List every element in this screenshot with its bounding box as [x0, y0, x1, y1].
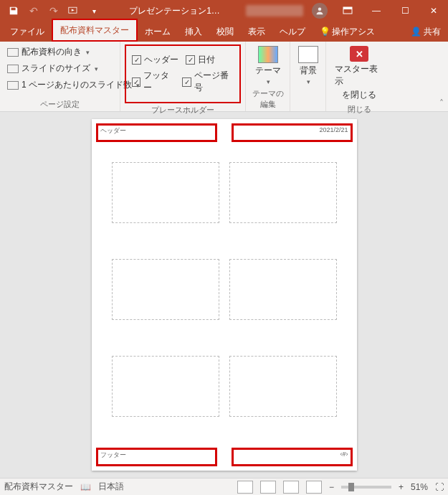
- maximize-icon[interactable]: ☐: [391, 0, 419, 22]
- tab-handout-master[interactable]: 配布資料マスター: [52, 19, 138, 42]
- checkbox-date[interactable]: ✓日付: [186, 54, 215, 66]
- normal-view-icon[interactable]: [237, 481, 253, 494]
- reading-view-icon[interactable]: [283, 481, 299, 494]
- tab-file[interactable]: ファイル: [3, 22, 52, 42]
- page-number-placeholder-text: ‹#›: [340, 451, 348, 458]
- group-label-close: 閉じる: [330, 103, 388, 115]
- window-controls: — ☐ ✕: [333, 0, 448, 22]
- slides-per-page-icon: [7, 81, 19, 90]
- themes-icon: [258, 46, 278, 63]
- group-label-background: [295, 100, 321, 110]
- group-label-placeholders: プレースホルダー: [125, 103, 241, 116]
- zoom-out-icon[interactable]: −: [329, 482, 334, 492]
- close-master-label-2: を閉じる: [342, 89, 376, 101]
- handout-page[interactable]: ヘッダー 2021/2/21 フッター ‹#›: [92, 119, 357, 471]
- chevron-down-icon: ▾: [267, 78, 270, 85]
- group-label-edit-theme: テーマの編集: [250, 87, 285, 110]
- slide-thumbnail-1: [112, 162, 219, 223]
- share-icon: 👤: [411, 27, 421, 37]
- status-bar: 配布資料マスター 📖 日本語 − + 51% ⛶: [0, 478, 448, 495]
- tab-tell-me-label: 操作アシス: [332, 27, 375, 37]
- header-placeholder-text: ヘッダー: [100, 127, 126, 134]
- themes-label: テーマ: [255, 65, 281, 77]
- placeholders-highlight: ✓ヘッダー ✓日付 ✓フッター ✓ページ番号: [125, 44, 241, 103]
- checkbox-checked-icon: ✓: [132, 77, 140, 87]
- tab-insert[interactable]: 挿入: [178, 22, 209, 42]
- zoom-slider[interactable]: [341, 486, 391, 489]
- ribbon: 配布資料の向き▾ スライドのサイズ▾ 1 ページあたりのスライド数▾ ページ設定…: [0, 42, 448, 112]
- zoom-in-icon[interactable]: +: [399, 482, 404, 492]
- lightbulb-icon: 💡: [320, 27, 330, 37]
- chevron-down-icon: ▾: [307, 78, 310, 85]
- slideshow-view-icon[interactable]: [306, 481, 322, 494]
- slide-size-label: スライドのサイズ: [22, 62, 90, 75]
- status-language[interactable]: 日本語: [98, 481, 124, 493]
- footer-placeholder[interactable]: フッター: [97, 449, 216, 465]
- checkbox-footer[interactable]: ✓フッター: [132, 70, 175, 94]
- header-placeholder[interactable]: ヘッダー: [97, 125, 216, 141]
- ribbon-tabs: ファイル 配布資料マスター ホーム 挿入 校閲 表示 ヘルプ 💡操作アシス 👤 …: [0, 22, 448, 42]
- group-label-page-setup: ページ設定: [4, 98, 115, 110]
- checkbox-footer-label: フッター: [143, 70, 175, 94]
- quick-access-toolbar: ↶ ↷ ▾: [0, 1, 103, 20]
- account-avatar[interactable]: [312, 3, 328, 19]
- slide-thumbnail-3: [112, 259, 219, 320]
- tab-tell-me[interactable]: 💡操作アシス: [313, 22, 382, 42]
- undo-icon[interactable]: ↶: [24, 1, 43, 20]
- svg-point-1: [318, 8, 322, 11]
- tab-view[interactable]: 表示: [241, 22, 272, 42]
- slide-sorter-view-icon[interactable]: [260, 481, 276, 494]
- tab-home[interactable]: ホーム: [138, 22, 178, 42]
- orientation-icon: [7, 48, 19, 57]
- checkbox-checked-icon: ✓: [132, 55, 141, 65]
- checkbox-page-number[interactable]: ✓ページ番号: [182, 70, 234, 94]
- footer-placeholder-text: フッター: [100, 451, 126, 458]
- background-button[interactable]: 背景 ▾: [294, 44, 323, 100]
- page-number-placeholder[interactable]: ‹#›: [233, 449, 351, 465]
- checkbox-header[interactable]: ✓ヘッダー: [132, 54, 178, 66]
- status-view-name: 配布資料マスター: [4, 481, 73, 493]
- close-window-icon[interactable]: ✕: [419, 0, 448, 22]
- orientation-label: 配布資料の向き: [22, 46, 82, 58]
- checkbox-header-label: ヘッダー: [144, 54, 178, 66]
- slide-thumbnail-6: [229, 356, 337, 417]
- save-icon[interactable]: [4, 1, 23, 20]
- slide-thumbnail-5: [112, 356, 219, 417]
- chevron-down-icon: ▾: [95, 65, 98, 72]
- qat-customize-icon[interactable]: ▾: [85, 1, 103, 20]
- tab-review[interactable]: 校閲: [209, 22, 241, 42]
- zoom-slider-thumb[interactable]: [348, 483, 354, 491]
- themes-button[interactable]: テーマ ▾: [251, 44, 285, 87]
- slide-thumbnail-2: [229, 162, 337, 223]
- slide-thumbnail-4: [229, 259, 337, 320]
- checkbox-page-number-label: ページ番号: [194, 70, 234, 94]
- account-name-blurred: [246, 5, 303, 16]
- zoom-level[interactable]: 51%: [411, 482, 428, 492]
- checkbox-checked-icon: ✓: [182, 77, 191, 87]
- collapse-ribbon-icon[interactable]: ˄: [439, 98, 444, 108]
- slides-per-page-label: 1 ページあたりのスライド数: [22, 79, 132, 91]
- date-placeholder[interactable]: 2021/2/21: [233, 125, 351, 141]
- spellcheck-icon[interactable]: 📖: [80, 482, 91, 492]
- minimize-icon[interactable]: —: [362, 0, 391, 22]
- close-master-label-1: マスター表示: [335, 63, 383, 88]
- share-button[interactable]: 👤 共有: [404, 22, 448, 42]
- group-placeholders: ✓ヘッダー ✓日付 ✓フッター ✓ページ番号 プレースホルダー: [120, 42, 246, 111]
- slide-size-icon: [7, 65, 19, 73]
- group-page-setup: 配布資料の向き▾ スライドのサイズ▾ 1 ページあたりのスライド数▾ ページ設定: [0, 42, 120, 111]
- start-from-beginning-icon[interactable]: [65, 1, 83, 20]
- window-title: プレゼンテーション1…: [103, 5, 246, 17]
- close-master-view-button[interactable]: ✕ マスター表示 を閉じる: [330, 44, 388, 103]
- ribbon-display-options-icon[interactable]: [333, 0, 362, 22]
- background-label: 背景: [300, 65, 317, 77]
- redo-icon[interactable]: ↷: [44, 1, 63, 20]
- checkbox-checked-icon: ✓: [186, 55, 195, 65]
- checkbox-date-label: 日付: [198, 54, 215, 66]
- chevron-down-icon: ▾: [86, 49, 90, 56]
- fit-to-window-icon[interactable]: ⛶: [435, 482, 444, 492]
- tab-help[interactable]: ヘルプ: [272, 22, 313, 42]
- background-icon: [298, 46, 318, 63]
- group-edit-theme: テーマ ▾ テーマの編集: [246, 42, 290, 111]
- editing-canvas[interactable]: ヘッダー 2021/2/21 フッター ‹#›: [0, 112, 448, 478]
- close-master-icon: ✕: [350, 46, 368, 62]
